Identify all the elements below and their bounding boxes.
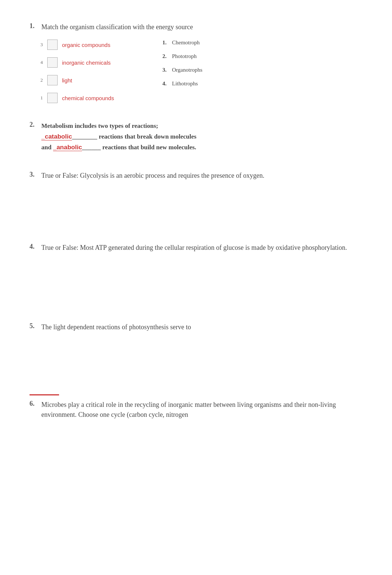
q2-number: 2. bbox=[30, 121, 38, 129]
match-right-num-1: 1. bbox=[162, 40, 170, 46]
match-right-item-2: 2. Phototroph bbox=[162, 53, 202, 59]
match-box-4[interactable] bbox=[47, 93, 58, 103]
match-right-label-1: Chemotroph bbox=[172, 40, 200, 46]
match-right-label-4: Lithotrophs bbox=[172, 81, 198, 87]
match-left-num-4: 1 bbox=[37, 95, 43, 101]
match-left-item-3: 2 light bbox=[37, 75, 140, 85]
q4-text: True or False: Most ATP generated during… bbox=[41, 243, 347, 253]
match-right-label-3: Organotrophs bbox=[172, 67, 202, 73]
question-3: 3. True or False: Glycolysis is an aerob… bbox=[30, 171, 362, 181]
q2-text: Metabolism includes two types of reactio… bbox=[41, 121, 196, 153]
match-left-num-2: 4 bbox=[37, 59, 43, 65]
q1-number: 1. bbox=[30, 22, 38, 30]
match-right-num-4: 4. bbox=[162, 81, 170, 87]
question-3-label: 3. True or False: Glycolysis is an aerob… bbox=[30, 171, 362, 181]
question-2-label: 2. Metabolism includes two types of reac… bbox=[30, 121, 362, 153]
question-6-label: 6. Microbes play a critical role in the … bbox=[30, 400, 362, 420]
match-right-item-4: 4. Lithotrophs bbox=[162, 81, 202, 87]
matching-left: 3 organic compounds 4 inorganic chemical… bbox=[37, 40, 140, 103]
q6-underline-bar bbox=[30, 394, 59, 395]
match-box-1[interactable] bbox=[47, 40, 58, 50]
match-left-num-3: 2 bbox=[37, 77, 43, 83]
question-4: 4. True or False: Most ATP generated dur… bbox=[30, 243, 362, 253]
q3-number: 3. bbox=[30, 171, 38, 178]
question-2: 2. Metabolism includes two types of reac… bbox=[30, 121, 362, 153]
question-1: 1. Match the organism classification wit… bbox=[30, 22, 362, 103]
matching-container: 3 organic compounds 4 inorganic chemical… bbox=[30, 40, 362, 103]
q3-text: True or False: Glycolysis is an aerobic … bbox=[41, 171, 264, 181]
match-left-label-3: light bbox=[62, 77, 72, 84]
match-right-label-2: Phototroph bbox=[172, 53, 197, 59]
match-left-label-4: chemical compounds bbox=[62, 95, 114, 101]
q5-number: 5. bbox=[30, 322, 38, 330]
q5-answer-area bbox=[30, 350, 362, 394]
question-1-label: 1. Match the organism classification wit… bbox=[30, 22, 362, 32]
match-right-item-3: 3. Organotrophs bbox=[162, 67, 202, 73]
question-5: 5. The light dependent reactions of phot… bbox=[30, 322, 362, 332]
q3-answer-area bbox=[30, 198, 362, 243]
match-left-item-4: 1 chemical compounds bbox=[37, 93, 140, 103]
match-left-label-1: organic compounds bbox=[62, 42, 110, 48]
q2-blank2: ______ bbox=[82, 144, 101, 151]
matching-right: 1. Chemotroph 2. Phototroph 3. Organotro… bbox=[162, 40, 202, 103]
match-right-num-2: 2. bbox=[162, 53, 170, 59]
match-left-label-2: inorganic chemicals bbox=[62, 59, 111, 66]
match-box-3[interactable] bbox=[47, 75, 58, 85]
q1-text: Match the organism classification with t… bbox=[41, 22, 193, 32]
q2-blank1: ________ bbox=[72, 133, 97, 140]
q5-text: The light dependent reactions of photosy… bbox=[41, 322, 191, 332]
match-box-2[interactable] bbox=[47, 57, 58, 68]
match-left-item-1: 3 organic compounds bbox=[37, 40, 140, 50]
question-4-label: 4. True or False: Most ATP generated dur… bbox=[30, 243, 362, 253]
question-5-label: 5. The light dependent reactions of phot… bbox=[30, 322, 362, 332]
q4-answer-area bbox=[30, 271, 362, 322]
fill-catabolic: _catabolic bbox=[41, 133, 72, 140]
fill-anabolic: _anabolic bbox=[53, 144, 82, 151]
match-right-item-1: 1. Chemotroph bbox=[162, 40, 202, 46]
question-6: 6. Microbes play a critical role in the … bbox=[30, 394, 362, 420]
q6-number: 6. bbox=[30, 400, 38, 408]
match-left-item-2: 4 inorganic chemicals bbox=[37, 57, 140, 68]
q4-number: 4. bbox=[30, 243, 38, 251]
match-left-num-1: 3 bbox=[37, 42, 43, 48]
q6-text: Microbes play a critical role in the rec… bbox=[41, 400, 362, 420]
match-right-num-3: 3. bbox=[162, 67, 170, 73]
